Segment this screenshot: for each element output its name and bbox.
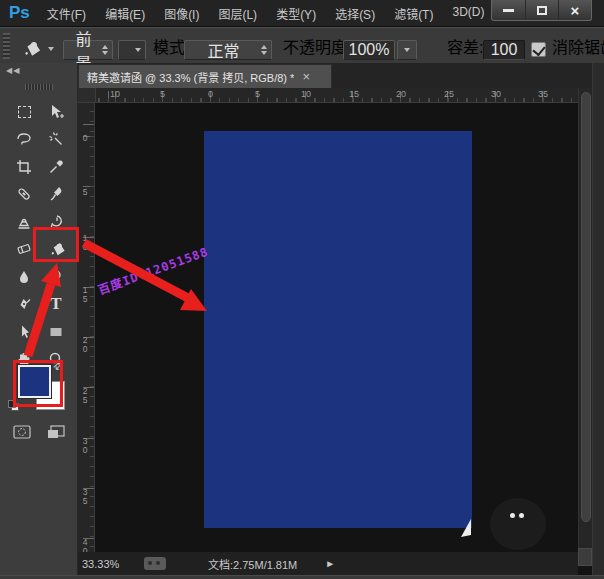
window-right-edge: [592, 63, 604, 579]
active-tool-icon-group[interactable]: [22, 38, 54, 60]
ruler-tick-label: 5: [80, 187, 90, 196]
panel-grip[interactable]: [25, 84, 53, 90]
crop-tool[interactable]: [10, 155, 38, 179]
pen-tool[interactable]: [10, 292, 38, 316]
minimize-icon: [503, 9, 514, 12]
type-icon: T: [50, 294, 61, 314]
spot-healing-brush-tool[interactable]: [10, 182, 38, 206]
window-bottom-edge: [0, 575, 604, 579]
highlight-box-paint-bucket: [33, 227, 79, 262]
ruler-tick-label: 15: [80, 285, 90, 303]
ruler-tick-label: 15: [349, 89, 359, 99]
lasso-tool[interactable]: [10, 127, 38, 151]
document-tab[interactable]: 精美邀请函 @ 33.3% (背景 拷贝, RGB/8) * ×: [78, 64, 332, 88]
vertical-ruler[interactable]: 0 5 10 15 20 25 30 35 40: [78, 103, 95, 568]
pen-icon: [15, 295, 33, 313]
caret-down-icon: [404, 48, 410, 52]
document-tab-title: 精美邀请函 @ 33.3% (背景 拷贝, RGB/8) *: [87, 69, 294, 85]
tool-preset-caret-icon: [48, 47, 54, 51]
menu-select[interactable]: 选择(S): [332, 3, 378, 24]
path-selection-tool[interactable]: [10, 320, 38, 344]
watermark-text: 百度ID:12051588: [95, 242, 210, 298]
antialias-label: 消除锯齿: [552, 39, 604, 57]
rectangular-marquee-tool[interactable]: [10, 100, 38, 124]
dot-decoration: [510, 513, 515, 518]
screen-mode-icon: [46, 423, 66, 441]
dodge-tool[interactable]: [42, 265, 70, 289]
pattern-picker-dropdown[interactable]: [118, 40, 146, 60]
menu-edit[interactable]: 编辑(E): [102, 3, 148, 24]
menu-3d[interactable]: 3D(D): [449, 3, 487, 24]
opacity-dropdown-button[interactable]: [397, 40, 417, 60]
menu-image[interactable]: 图像(I): [161, 3, 202, 24]
title-bar: Ps 文件(F) 编辑(E) 图像(I) 图层(L) 类型(Y) 选择(S) 滤…: [0, 0, 604, 27]
ruler-corner[interactable]: [78, 88, 96, 103]
vertical-scrollbar[interactable]: [578, 88, 592, 553]
mode-dropdown[interactable]: 正常: [184, 40, 272, 60]
fill-source-dropdown[interactable]: 前景: [63, 40, 113, 60]
red-arrowhead: [180, 289, 207, 311]
magic-wand-tool[interactable]: [42, 127, 70, 151]
close-icon: ×: [571, 3, 580, 18]
ruler-tick-label: 5: [255, 89, 260, 99]
zoom-level-field[interactable]: 33.33%: [82, 558, 130, 570]
ruler-tick-label: 0: [80, 133, 90, 142]
rectangle-icon: [47, 323, 65, 341]
document-canvas[interactable]: [204, 131, 472, 528]
window-controls: ×: [491, 0, 592, 21]
screen-mode-button[interactable]: [42, 420, 70, 444]
ruler-tick-label: 10: [301, 89, 311, 99]
dark-blob: [490, 498, 546, 550]
bandage-icon: [15, 185, 33, 203]
antialias-checkbox[interactable]: [531, 42, 546, 57]
menu-type[interactable]: 类型(Y): [273, 3, 319, 24]
dodge-icon: [47, 268, 65, 286]
ruler-tick-label: 25: [444, 89, 454, 99]
dot-decoration: [519, 513, 524, 518]
scrollbar-corner[interactable]: [578, 548, 592, 566]
eyedropper-tool[interactable]: [42, 155, 70, 179]
tolerance-input[interactable]: 100: [483, 40, 525, 60]
menu-layer[interactable]: 图层(L): [215, 3, 260, 24]
close-button[interactable]: ×: [558, 0, 591, 20]
rectangle-shape-tool[interactable]: [42, 320, 70, 344]
eyedropper-icon: [47, 158, 65, 176]
eraser-icon: [15, 240, 33, 258]
move-tool[interactable]: [42, 100, 70, 124]
menu-filter[interactable]: 滤镜(T): [391, 3, 436, 24]
selection-arrow-icon: [15, 323, 33, 341]
maximize-button[interactable]: [525, 0, 558, 20]
quick-mask-icon: [12, 423, 32, 441]
ruler-tick-label: 30: [80, 436, 90, 454]
options-grip[interactable]: [3, 33, 10, 59]
move-icon: [47, 103, 65, 121]
opacity-value-box[interactable]: 100%: [343, 40, 395, 60]
stamp-icon: [15, 213, 33, 231]
status-bar: 33.33% 文档:2.75M/1.81M ►: [78, 552, 578, 575]
magic-wand-icon: [47, 130, 65, 148]
brush-tool[interactable]: [42, 182, 70, 206]
type-tool[interactable]: T: [42, 292, 70, 316]
updown-arrows-icon: [102, 45, 108, 55]
menu-file[interactable]: 文件(F): [44, 3, 89, 24]
updown-arrows-icon: [261, 45, 267, 55]
scrollbar-thumb[interactable]: [581, 92, 591, 522]
horizontal-ruler[interactable]: 10 5 0 5 10 15 20 25 30 35: [96, 88, 578, 103]
photoshop-logo: Ps: [9, 3, 30, 23]
brush-icon: [47, 185, 65, 203]
paint-bucket-icon: [22, 38, 44, 60]
ruler-tick-label: 20: [396, 89, 406, 99]
ruler-tick-label: 25: [80, 386, 90, 404]
ruler-tick-label: 0: [208, 89, 213, 99]
crop-icon: [15, 158, 33, 176]
minimize-button[interactable]: [492, 0, 525, 20]
document-size-info: 文档:2.75M/1.81M: [208, 556, 297, 572]
quick-mask-button[interactable]: [8, 420, 36, 444]
lasso-icon: [15, 130, 33, 148]
marquee-icon: [18, 106, 31, 118]
ruler-tick-label: 20: [80, 335, 90, 353]
status-expand-icon[interactable]: ►: [325, 558, 335, 569]
tab-close-icon[interactable]: ×: [302, 70, 310, 83]
panel-collapse-button[interactable]: ◀◀: [6, 66, 20, 75]
blur-tool[interactable]: [10, 265, 38, 289]
